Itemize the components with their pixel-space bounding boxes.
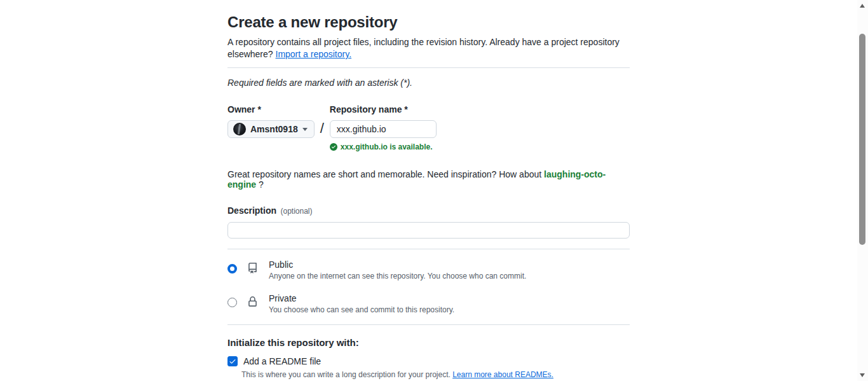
repository-name-input[interactable]	[330, 120, 437, 138]
owner-label: Owner *	[227, 104, 315, 114]
readme-description: This is where you can write a long descr…	[241, 370, 630, 379]
caret-down-icon	[302, 128, 308, 131]
divider	[227, 324, 630, 325]
divider	[227, 67, 630, 68]
description-input[interactable]	[227, 222, 630, 239]
public-label: Public	[269, 260, 526, 270]
required-fields-note: Required fields are marked with an aster…	[227, 78, 630, 88]
page-title: Create a new repository	[227, 13, 630, 31]
import-repository-link[interactable]: Import a repository.	[276, 49, 352, 59]
private-label: Private	[269, 293, 454, 303]
optional-hint: (optional)	[280, 207, 312, 216]
public-option-texts: Public Anyone on the internet can see th…	[269, 260, 526, 281]
owner-select-button[interactable]: Amsnt0918	[227, 120, 315, 138]
suggestion-text: Great repository names are short and mem…	[227, 169, 541, 179]
avatar	[233, 123, 246, 135]
initialize-heading: Initialize this repository with:	[227, 337, 630, 348]
readme-checkbox-row[interactable]: Add a README file	[227, 356, 630, 366]
owner-name: Amsnt0918	[250, 124, 298, 134]
checkmark-icon	[229, 357, 236, 365]
owner-repo-separator: /	[320, 120, 324, 137]
private-radio[interactable]	[227, 298, 237, 307]
availability-text: xxx.github.io is available.	[341, 142, 433, 151]
public-description: Anyone on the internet can see this repo…	[269, 272, 526, 281]
visibility-options: Public Anyone on the internet can see th…	[227, 249, 630, 323]
visibility-option-public[interactable]: Public Anyone on the internet can see th…	[227, 253, 630, 287]
repository-name-field: Repository name * xxx.github.io is avail…	[330, 104, 437, 151]
readme-checkbox[interactable]	[227, 356, 238, 366]
private-description: You choose who can see and commit to thi…	[269, 305, 454, 314]
suggestion-question-mark: ?	[259, 179, 264, 190]
initialize-section: Initialize this repository with: Add a R…	[227, 337, 630, 379]
scrollbar[interactable]	[857, 0, 868, 381]
repository-name-label: Repository name *	[330, 104, 437, 114]
visibility-option-private[interactable]: Private You choose who can see and commi…	[227, 287, 630, 321]
owner-repo-row: Owner * Amsnt0918 / Repository name * xx…	[227, 104, 630, 151]
page-subtitle: A repository contains all project files,…	[227, 36, 630, 60]
scroll-down-arrow-icon[interactable]	[860, 373, 865, 377]
availability-message: xxx.github.io is available.	[330, 142, 437, 151]
owner-field: Owner * Amsnt0918	[227, 104, 315, 138]
lock-icon	[247, 296, 258, 307]
scrollbar-thumb[interactable]	[859, 34, 865, 245]
public-radio[interactable]	[227, 264, 237, 274]
learn-more-readmes-link[interactable]: Learn more about READMEs.	[452, 370, 553, 379]
check-circle-icon	[330, 143, 337, 151]
required-asterisk: *	[404, 104, 407, 114]
name-suggestion: Great repository names are short and mem…	[227, 169, 630, 190]
description-label: Description (optional)	[227, 205, 313, 216]
description-field: Description (optional)	[227, 205, 630, 239]
private-option-texts: Private You choose who can see and commi…	[269, 293, 454, 314]
required-asterisk: *	[257, 104, 261, 114]
create-repository-form: Create a new repository A repository con…	[227, 0, 630, 381]
readme-label: Add a README file	[243, 356, 321, 366]
scroll-up-arrow-icon[interactable]	[860, 4, 865, 8]
repo-book-icon	[247, 263, 258, 274]
